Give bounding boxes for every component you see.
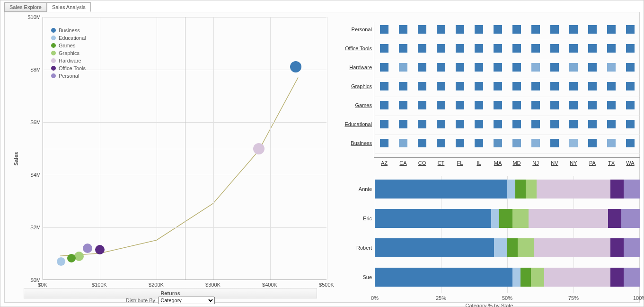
stacked-seg-office-tools[interactable]	[610, 268, 624, 287]
heatmap-cell[interactable]	[418, 139, 426, 147]
heatmap-cell[interactable]	[569, 63, 578, 72]
heatmap-col-ct[interactable]: CT	[438, 160, 445, 166]
heatmap-cell[interactable]	[626, 82, 635, 90]
heatmap-cell[interactable]	[626, 101, 635, 109]
heatmap-cell[interactable]	[607, 82, 616, 90]
heatmap-row-office-tools[interactable]: Office Tools	[339, 45, 372, 51]
stacked-seg-graphics[interactable]	[512, 209, 529, 228]
stacked-seg-graphics[interactable]	[518, 238, 534, 257]
heatmap-cell[interactable]	[550, 120, 559, 128]
heatmap-cell[interactable]	[380, 101, 388, 109]
heatmap-cell[interactable]	[380, 44, 388, 53]
legend-item-graphics[interactable]: Graphics	[51, 49, 86, 57]
heatmap-cell[interactable]	[399, 44, 407, 53]
scatter-point-personal[interactable]	[83, 244, 92, 253]
stacked-seg-hardware[interactable]	[534, 238, 610, 257]
heatmap-cell[interactable]	[399, 120, 407, 128]
heatmap-col-nv[interactable]: NV	[551, 160, 558, 166]
legend-item-hardware[interactable]: Hardware	[51, 57, 86, 64]
stacked-seg-business[interactable]	[375, 268, 512, 287]
heatmap-col-ma[interactable]: MA	[494, 160, 502, 166]
stacked-seg-business[interactable]	[375, 180, 507, 199]
heatmap-cell[interactable]	[588, 82, 597, 90]
heatmap-cell[interactable]	[437, 63, 445, 72]
heatmap-cell[interactable]	[550, 63, 559, 72]
heatmap-col-pa[interactable]: PA	[589, 160, 596, 166]
heatmap-cell[interactable]	[437, 120, 445, 128]
heatmap-cell[interactable]	[531, 139, 540, 147]
heatmap-cell[interactable]	[607, 120, 616, 128]
heatmap-cell[interactable]	[588, 25, 597, 34]
stacked-seg-office-tools[interactable]	[610, 180, 624, 199]
heatmap-cell[interactable]	[512, 44, 521, 53]
legend-item-business[interactable]: Business	[51, 27, 86, 34]
heatmap-cell[interactable]	[475, 82, 483, 90]
heatmap-cell[interactable]	[380, 63, 388, 72]
heatmap-col-ny[interactable]: NY	[570, 160, 577, 166]
heatmap-cell[interactable]	[475, 139, 483, 147]
heatmap-cell[interactable]	[569, 44, 578, 53]
legend-item-personal[interactable]: Personal	[51, 72, 86, 80]
stacked-seg-educational[interactable]	[507, 180, 515, 199]
heatmap-cell[interactable]	[399, 101, 407, 109]
heatmap-cell[interactable]	[607, 44, 616, 53]
heatmap-cell[interactable]	[626, 139, 635, 147]
scatter-point-business[interactable]	[290, 61, 301, 72]
stacked-bar[interactable]	[375, 209, 640, 228]
heatmap-cell[interactable]	[475, 44, 483, 53]
stacked-seg-educational[interactable]	[491, 209, 499, 228]
stacked-bar[interactable]	[375, 238, 640, 257]
heatmap-cell[interactable]	[437, 82, 445, 90]
heatmap-row-graphics[interactable]: Graphics	[339, 83, 372, 89]
heatmap-cell[interactable]	[418, 101, 426, 109]
stacked-row-eric[interactable]: Eric	[339, 216, 372, 221]
legend-item-games[interactable]: Games	[51, 42, 86, 49]
heatmap-col-nj[interactable]: NJ	[532, 160, 538, 166]
stacked-seg-personal[interactable]	[624, 180, 640, 199]
stacked-seg-personal[interactable]	[621, 209, 640, 228]
heatmap-cell[interactable]	[588, 101, 597, 109]
heatmap-cell[interactable]	[550, 139, 559, 147]
stacked-seg-hardware[interactable]	[537, 180, 611, 199]
heatmap-cell[interactable]	[550, 101, 559, 109]
stacked-seg-hardware[interactable]	[544, 268, 610, 287]
stacked-seg-office-tools[interactable]	[610, 238, 624, 257]
stacked-seg-office-tools[interactable]	[608, 209, 621, 228]
scatter-point-educational[interactable]	[57, 257, 65, 266]
heatmap-cell[interactable]	[380, 82, 388, 90]
heatmap-cell[interactable]	[437, 25, 445, 34]
heatmap-cell[interactable]	[494, 44, 502, 53]
heatmap-cell[interactable]	[380, 25, 388, 34]
heatmap-cell[interactable]	[456, 82, 464, 90]
heatmap-cell[interactable]	[399, 63, 407, 72]
stacked-seg-games[interactable]	[520, 268, 531, 287]
heatmap-cell[interactable]	[626, 63, 635, 72]
heatmap-chart[interactable]: PersonalOffice ToolsHardwareGraphicsGame…	[339, 22, 640, 169]
stacked-seg-personal[interactable]	[624, 238, 640, 257]
heatmap-row-games[interactable]: Games	[339, 102, 372, 108]
heatmap-cell[interactable]	[550, 82, 559, 90]
heatmap-cell[interactable]	[456, 25, 464, 34]
heatmap-cell[interactable]	[475, 101, 483, 109]
stacked-seg-games[interactable]	[499, 209, 512, 228]
heatmap-cell[interactable]	[512, 139, 521, 147]
heatmap-cell[interactable]	[494, 25, 502, 34]
heatmap-cell[interactable]	[531, 44, 540, 53]
stacked-seg-hardware[interactable]	[529, 209, 608, 228]
stacked-seg-business[interactable]	[375, 209, 491, 228]
heatmap-cell[interactable]	[607, 139, 616, 147]
heatmap-cell[interactable]	[437, 101, 445, 109]
heatmap-col-il[interactable]: IL	[476, 160, 481, 166]
heatmap-col-wa[interactable]: WA	[626, 160, 634, 166]
scatter-point-hardware[interactable]	[253, 143, 265, 154]
stacked-bar[interactable]	[375, 180, 640, 199]
heatmap-cell[interactable]	[569, 120, 578, 128]
heatmap-cell[interactable]	[456, 44, 464, 53]
scatter-point-games[interactable]	[67, 254, 76, 262]
heatmap-cell[interactable]	[588, 44, 597, 53]
heatmap-cell[interactable]	[456, 63, 464, 72]
distribute-select[interactable]: Category	[158, 297, 215, 304]
heatmap-cell[interactable]	[569, 101, 578, 109]
heatmap-col-ca[interactable]: CA	[399, 160, 406, 166]
heatmap-cell[interactable]	[531, 25, 540, 34]
